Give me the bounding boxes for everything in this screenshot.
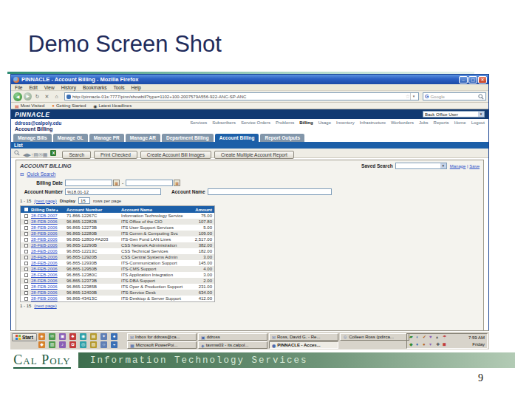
- billing-date-link[interactable]: 28-FEB-2006: [31, 261, 58, 265]
- url-text[interactable]: http://pinnacle-01s:7777/pinn/showbill?t…: [72, 95, 406, 99]
- url-dropdown-icon[interactable]: ▾: [410, 93, 417, 100]
- quick-launch-icon[interactable]: ◒: [111, 341, 117, 348]
- col-amount[interactable]: Amount: [192, 208, 214, 212]
- app-nav-link[interactable]: Service Orders: [241, 120, 270, 125]
- row-checkbox[interactable]: [21, 290, 31, 295]
- row-checkbox[interactable]: [21, 225, 31, 230]
- task-button[interactable]: ◈ tavmw03 - its.calpol...: [198, 341, 267, 349]
- app-nav-link[interactable]: Inventory: [336, 120, 355, 125]
- tray-icon[interactable]: ✚: [436, 341, 443, 349]
- rows-per-page-input[interactable]: [78, 197, 90, 204]
- role-select[interactable]: Back Office User ▼: [423, 111, 485, 117]
- app-nav-link[interactable]: Reports: [434, 120, 449, 125]
- app-nav-link[interactable]: Services: [190, 120, 207, 125]
- billing-date-link[interactable]: 28-FEB-2006: [31, 284, 58, 289]
- row-checkbox[interactable]: [21, 273, 31, 277]
- account-name-input[interactable]: [208, 188, 332, 195]
- menu-item[interactable]: Edit: [29, 85, 37, 90]
- bookmark-item[interactable]: ● Getting Started: [52, 103, 86, 108]
- row-checkbox[interactable]: [21, 284, 31, 289]
- billing-date-link[interactable]: 28-FEB-2006: [31, 273, 58, 277]
- billing-date-link[interactable]: 28-FEB-2006: [31, 267, 58, 271]
- billing-date-link[interactable]: 28-FEB-2006: [31, 296, 58, 301]
- app-nav-link[interactable]: Home: [454, 120, 466, 125]
- row-checkbox[interactable]: [21, 279, 31, 283]
- row-checkbox[interactable]: [21, 249, 31, 253]
- toolbar-icon[interactable]: ▦: [43, 152, 48, 157]
- billing-date-link[interactable]: 28-FEB-2006: [31, 231, 58, 236]
- task-button[interactable]: ✉ Inbox for ddross@ca...: [127, 333, 197, 341]
- task-button[interactable]: ☺ Colleen Ross (pdirca...: [340, 333, 409, 341]
- row-checkbox[interactable]: [21, 237, 31, 242]
- tray-icon[interactable]: ●: [423, 341, 429, 349]
- quick-launch-icon[interactable]: ▥: [49, 341, 55, 348]
- action-button[interactable]: Search: [62, 151, 91, 159]
- save-link[interactable]: Save: [469, 164, 480, 168]
- quick-launch-icon[interactable]: ✦: [100, 333, 107, 340]
- app-nav-link[interactable]: Subscribers: [212, 120, 236, 125]
- col-account-name[interactable]: Account Name: [121, 208, 192, 212]
- quick-launch-icon[interactable]: ◆: [38, 341, 45, 348]
- quick-launch-icon[interactable]: ▧: [90, 341, 97, 348]
- task-button[interactable]: ▣ ddross: [198, 333, 267, 341]
- menu-item[interactable]: View: [44, 85, 55, 90]
- tray-icon[interactable]: ☂: [443, 334, 449, 341]
- quick-launch-icon[interactable]: ◎: [80, 341, 86, 348]
- billing-date-link[interactable]: 28-FEB-2006: [31, 237, 58, 242]
- calendar-icon[interactable]: ▦: [113, 180, 120, 186]
- billing-date-from-input[interactable]: [65, 180, 112, 186]
- account-number-input[interactable]: [65, 188, 161, 195]
- tray-icon[interactable]: ✔: [423, 334, 429, 341]
- billing-date-link[interactable]: 28-FEB-2006: [31, 290, 58, 295]
- app-nav-link[interactable]: Problems: [276, 120, 294, 125]
- tab[interactable]: Manage AR: [126, 134, 160, 142]
- tab[interactable]: Department Billing: [162, 134, 214, 142]
- bookmark-item[interactable]: ◉ Latest Headlines: [93, 103, 132, 109]
- row-checkbox[interactable]: [21, 231, 31, 236]
- tab[interactable]: Manage GL: [53, 134, 88, 142]
- tab[interactable]: Report Outputs: [260, 134, 304, 142]
- app-nav-link[interactable]: Infrastructure: [360, 120, 386, 125]
- start-button[interactable]: Start: [12, 333, 37, 341]
- saved-search-select[interactable]: ▼: [395, 163, 447, 169]
- col-billing-date[interactable]: Billing Date▴: [31, 208, 66, 212]
- home-icon[interactable]: ⌂: [52, 92, 61, 100]
- billing-date-link[interactable]: 28-FEB-2007: [31, 214, 58, 218]
- tray-icon[interactable]: ▴: [436, 334, 443, 341]
- quick-launch-icon[interactable]: ✿: [69, 341, 76, 348]
- menu-item[interactable]: Bookmarks: [83, 85, 107, 90]
- quick-launch-icon[interactable]: ◈: [38, 333, 45, 340]
- toolbar-icon[interactable]: ▤: [33, 152, 38, 157]
- tray-icon[interactable]: ◆: [409, 341, 416, 349]
- task-button[interactable]: ▦ Microsoft PowerPoi...: [127, 341, 197, 349]
- search-icon[interactable]: [478, 94, 484, 100]
- stop-icon[interactable]: ✕: [43, 92, 51, 100]
- billing-date-link[interactable]: 28-FEB-2006: [31, 225, 58, 230]
- action-button[interactable]: Create Multiple Account Report: [214, 151, 294, 159]
- tray-icon[interactable]: ▰: [409, 334, 416, 341]
- chevron-down-icon[interactable]: ▼: [440, 163, 446, 168]
- menu-item[interactable]: File: [15, 85, 22, 90]
- zoom-icon[interactable]: [14, 150, 20, 156]
- quick-launch-icon[interactable]: ▣: [59, 333, 66, 340]
- billing-date-link[interactable]: 28-FEB-2006: [31, 255, 58, 259]
- chevron-down-icon[interactable]: ▼: [478, 112, 484, 117]
- quick-launch-icon[interactable]: ☼: [100, 341, 107, 348]
- app-nav-link[interactable]: Billing: [299, 120, 313, 125]
- app-nav-link[interactable]: Workorders: [391, 120, 414, 125]
- url-bar[interactable]: http://pinnacle-01s:7777/pinn/showbill?t…: [64, 92, 419, 100]
- col-account-number[interactable]: Account Number: [66, 208, 121, 212]
- calendar-icon[interactable]: ▦: [174, 180, 180, 186]
- row-checkbox[interactable]: [21, 296, 31, 301]
- tray-icon[interactable]: ◼: [443, 341, 449, 349]
- menu-item[interactable]: Help: [132, 85, 141, 90]
- row-checkbox[interactable]: [21, 243, 31, 248]
- tray-icon[interactable]: ♦: [416, 341, 423, 349]
- maximize-icon[interactable]: ▢: [468, 76, 477, 83]
- quick-launch-icon[interactable]: ♪: [59, 341, 66, 348]
- quick-launch-icon[interactable]: ✉: [49, 333, 55, 340]
- tray-icon[interactable]: ♥: [429, 334, 436, 341]
- billing-date-link[interactable]: 28-FEB-2006: [31, 243, 58, 248]
- row-checkbox[interactable]: [21, 214, 31, 218]
- quick-launch-icon[interactable]: ▤: [90, 333, 97, 340]
